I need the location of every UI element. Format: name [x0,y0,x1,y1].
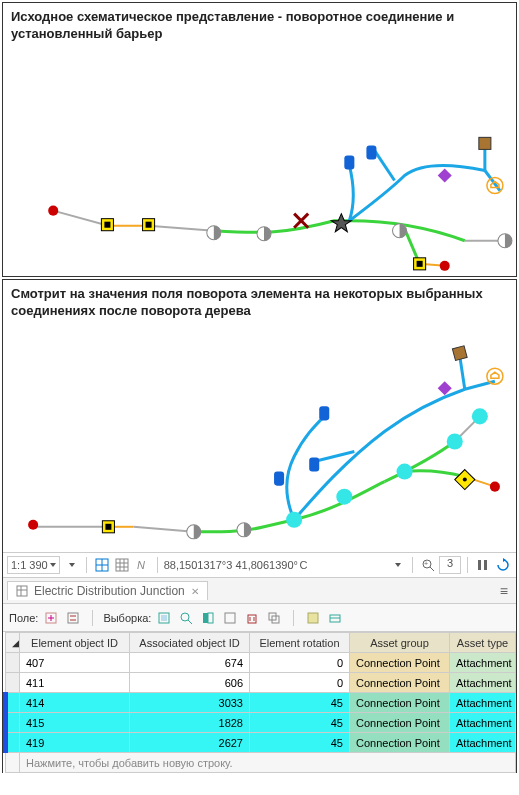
related-data-icon[interactable] [326,609,344,627]
col-element-id[interactable]: Element object ID [20,633,130,653]
svg-line-31 [134,527,194,532]
svg-point-43 [336,489,352,505]
zoom-input[interactable]: 3 [439,556,461,574]
table-header-row: ◢ Element object ID Associated object ID… [6,633,516,653]
new-row-placeholder[interactable]: Нажмите, чтобы добавить новую строку. [6,753,516,773]
select-by-attributes-icon[interactable] [155,609,173,627]
svg-rect-84 [225,613,235,623]
selection-label: Выборка: [103,612,151,624]
switch-selection-icon[interactable] [199,609,217,627]
dropdown-icon-2[interactable] [388,556,406,574]
svg-rect-85 [248,615,256,623]
panel-original-schematic: Исходное схематическое представление - п… [2,2,517,277]
panel1-title: Исходное схематическое представление - п… [3,3,516,45]
svg-point-55 [490,482,500,492]
add-field-icon[interactable] [42,609,60,627]
pause-icon[interactable] [474,556,492,574]
zoom-icon[interactable]: + [419,556,437,574]
calculate-field-icon[interactable] [64,609,82,627]
attribute-table: ◢ Element object ID Associated object ID… [3,632,516,773]
svg-marker-20 [331,213,351,231]
svg-text:N: N [137,559,145,571]
coordinate-readout: 88,1501317°3 41,8061390° C [164,559,386,571]
table-row[interactable]: 4076740Connection PointAttachment [6,653,516,673]
svg-line-0 [53,210,108,225]
panel-rotated-schematic: Смотрит на значения поля поворота элемен… [2,279,517,774]
snap-grid-icon[interactable] [93,556,111,574]
svg-line-66 [430,567,434,571]
svg-rect-13 [146,221,152,227]
svg-rect-51 [452,346,467,361]
grid-icon[interactable] [113,556,131,574]
svg-rect-39 [105,524,111,530]
copy-selection-icon[interactable] [265,609,283,627]
scale-selector[interactable]: 1:1 390 [7,556,60,574]
svg-point-45 [447,434,463,450]
svg-point-44 [397,464,413,480]
svg-line-2 [149,225,214,230]
svg-line-7 [374,150,394,180]
col-associated-id[interactable]: Associated object ID [130,633,250,653]
svg-rect-22 [366,145,376,159]
highlight-icon[interactable] [304,609,322,627]
svg-rect-69 [484,560,487,570]
svg-rect-82 [203,613,208,623]
clear-selection-icon[interactable] [221,609,239,627]
table-row[interactable]: 414303345Connection PointAttachment [6,693,516,713]
svg-text:+: + [424,560,428,567]
svg-rect-49 [309,458,319,472]
panel-menu-button[interactable]: ≡ [500,583,512,599]
gutter-header[interactable]: ◢ [6,633,20,653]
table-row[interactable]: 4116060Connection PointAttachment [6,673,516,693]
table-row[interactable]: 419262745Connection PointAttachment [6,733,516,753]
svg-point-46 [472,409,488,425]
zoom-to-selection-icon[interactable] [177,609,195,627]
refresh-icon[interactable] [494,556,512,574]
toggle-snap-icon[interactable]: N [133,556,151,574]
close-icon[interactable]: ✕ [191,586,199,597]
svg-rect-47 [319,407,329,421]
svg-rect-79 [161,615,167,621]
svg-point-42 [286,512,302,528]
svg-point-28 [440,261,450,271]
svg-point-9 [48,205,58,215]
panel2-title: Смотрит на значения поля поворота элемен… [3,280,516,322]
svg-point-80 [181,613,189,621]
svg-marker-50 [438,382,452,396]
field-label: Поле: [9,612,38,624]
svg-rect-83 [208,613,213,623]
map-toolbar: 1:1 390 N 88,1501317°3 41,8061390° C + 3 [3,552,516,578]
svg-rect-24 [479,137,491,149]
col-asset-type[interactable]: Asset type [450,633,516,653]
schematic-diagram-2 [3,321,516,552]
schematic-diagram-1 [3,45,516,276]
table-row[interactable]: 415182845Connection PointAttachment [6,713,516,733]
svg-rect-48 [274,472,284,486]
svg-rect-11 [104,221,110,227]
svg-rect-90 [308,613,318,623]
svg-line-81 [188,620,192,624]
attribute-table-tabs: Electric Distribution Junction ✕ ≡ [3,578,516,604]
svg-rect-27 [417,261,423,267]
col-asset-group[interactable]: Asset group [350,633,450,653]
svg-rect-21 [344,155,354,169]
attribute-table-ribbon: Поле: Выборка: [3,604,516,632]
svg-point-54 [463,478,467,482]
col-element-rotation[interactable]: Element rotation [250,633,350,653]
tab-electric-distribution-junction[interactable]: Electric Distribution Junction ✕ [7,581,208,600]
svg-line-35 [460,357,465,390]
delete-selection-icon[interactable] [243,609,261,627]
svg-rect-68 [478,560,481,570]
svg-rect-59 [116,559,128,571]
dropdown-icon[interactable] [62,556,80,574]
svg-point-37 [28,520,38,530]
svg-rect-71 [17,586,27,596]
svg-rect-77 [68,613,78,623]
svg-marker-23 [438,168,452,182]
